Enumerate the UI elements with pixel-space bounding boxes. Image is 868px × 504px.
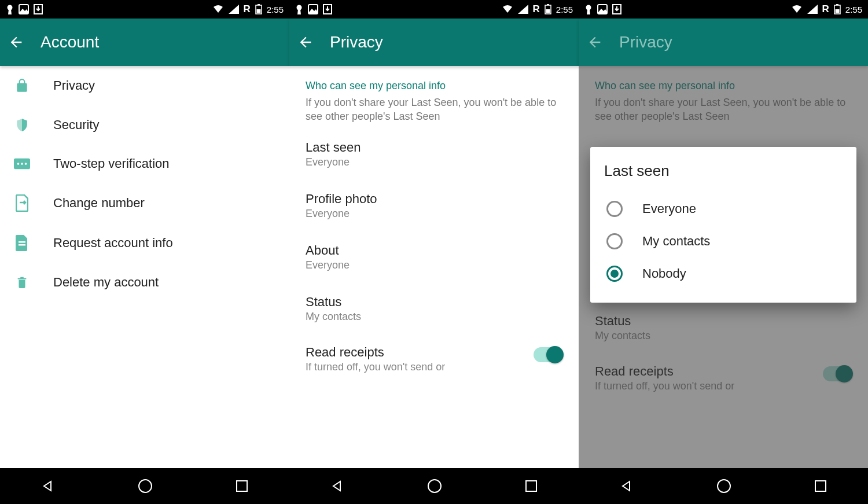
signal-icon	[807, 5, 818, 14]
svg-point-7	[17, 163, 20, 165]
radio-icon	[606, 233, 623, 249]
account-item-two-step[interactable]: Two-step verification	[0, 145, 289, 183]
account-item-delete[interactable]: Delete my account	[0, 263, 289, 302]
app-bar-privacy: Privacy	[579, 19, 868, 66]
nav-bar	[579, 468, 868, 504]
nav-bar	[289, 468, 579, 504]
app-bar-account: Account	[0, 19, 289, 66]
status-time: 2:55	[267, 5, 284, 14]
keyhole-icon	[295, 4, 303, 14]
panel-account: R 2:55 Account Privacy Security Two-step…	[0, 0, 289, 504]
image-icon	[308, 4, 318, 14]
radio-icon-selected	[606, 266, 623, 282]
trash-icon	[14, 274, 30, 290]
svg-point-8	[21, 163, 23, 165]
list-item-label: Security	[53, 117, 99, 133]
list-item-label: Two-step verification	[53, 156, 170, 171]
nav-home-icon[interactable]	[716, 479, 731, 494]
dialog-title: Last seen	[604, 162, 843, 180]
option-everyone[interactable]: Everyone	[604, 193, 843, 225]
svg-rect-18	[547, 4, 549, 5]
section-desc: If you don't share your Last Seen, you w…	[289, 95, 579, 128]
setting-value: Everyone	[306, 208, 562, 220]
setting-about[interactable]: About Everyone	[289, 231, 579, 283]
app-bar-title: Privacy	[330, 33, 383, 51]
app-bar-title: Account	[41, 33, 99, 51]
list-item-label: Delete my account	[53, 275, 159, 290]
list-item-label: Privacy	[53, 78, 95, 93]
status-time: 2:55	[556, 5, 573, 14]
last-seen-dialog: Last seen Everyone My contacts Nobody	[590, 147, 856, 303]
list-item-label: Change number	[53, 196, 145, 211]
wifi-icon	[791, 5, 803, 14]
svg-rect-4	[258, 4, 260, 5]
nav-recent-icon[interactable]	[814, 480, 827, 492]
roaming-indicator: R	[822, 3, 829, 15]
svg-rect-29	[815, 481, 826, 491]
nav-bar	[0, 468, 289, 504]
panel-privacy: R 2:55 Privacy Who can see my personal i…	[289, 0, 579, 504]
nav-recent-icon[interactable]	[525, 480, 538, 492]
setting-status[interactable]: Status My contacts	[289, 283, 579, 334]
wifi-icon	[212, 5, 224, 14]
nav-back-icon[interactable]	[41, 479, 55, 493]
battery-icon	[255, 4, 262, 14]
read-receipts-toggle[interactable]	[534, 347, 562, 362]
status-time: 2:55	[845, 5, 862, 14]
setting-profile-photo[interactable]: Profile photo Everyone	[289, 180, 579, 231]
setting-value: If turned off, you won't send or	[306, 361, 445, 373]
svg-rect-13	[237, 481, 247, 491]
setting-title: Read receipts	[306, 345, 445, 360]
setting-title: Last seen	[306, 140, 562, 155]
back-icon[interactable]	[297, 34, 314, 50]
nav-home-icon[interactable]	[138, 479, 153, 494]
setting-value: Everyone	[306, 156, 562, 168]
account-item-change-number[interactable]: Change number	[0, 183, 289, 223]
svg-point-20	[428, 480, 441, 492]
battery-icon	[834, 4, 841, 14]
list-item-label: Request account info	[53, 236, 173, 251]
app-bar-privacy: Privacy	[289, 19, 579, 66]
document-icon	[14, 235, 30, 251]
setting-last-seen[interactable]: Last seen Everyone	[289, 128, 579, 180]
account-content: Privacy Security Two-step verification C…	[0, 66, 289, 468]
setting-value: Everyone	[306, 259, 562, 271]
status-bar: R 2:55	[0, 0, 289, 19]
shield-icon	[14, 117, 30, 133]
battery-icon	[545, 4, 551, 14]
back-icon	[587, 34, 603, 50]
option-label: My contacts	[642, 234, 710, 249]
svg-point-9	[25, 163, 27, 165]
image-icon	[19, 4, 29, 14]
privacy-content-bg: Who can see my personal info If you don'…	[579, 66, 868, 468]
account-item-request-info[interactable]: Request account info	[0, 223, 289, 263]
svg-point-12	[139, 480, 152, 492]
account-item-security[interactable]: Security	[0, 105, 289, 145]
setting-value: My contacts	[306, 311, 562, 323]
download-icon	[34, 4, 43, 14]
download-icon	[612, 4, 621, 14]
nav-home-icon[interactable]	[427, 479, 442, 494]
app-bar-title: Privacy	[619, 33, 672, 51]
status-bar: R 2:55	[289, 0, 579, 19]
nav-back-icon[interactable]	[620, 479, 634, 493]
option-my-contacts[interactable]: My contacts	[604, 225, 843, 257]
svg-rect-21	[526, 481, 536, 491]
option-label: Nobody	[642, 266, 686, 281]
svg-rect-19	[546, 9, 550, 13]
roaming-indicator: R	[244, 3, 251, 15]
option-nobody[interactable]: Nobody	[604, 257, 843, 290]
status-bar: R 2:55	[579, 0, 868, 19]
svg-point-28	[718, 480, 730, 492]
account-item-privacy[interactable]: Privacy	[0, 66, 289, 105]
panel-privacy-dialog: R 2:55 Privacy Who can see my personal i…	[579, 0, 868, 504]
nav-back-icon[interactable]	[330, 479, 344, 493]
sim-icon	[14, 194, 30, 212]
back-icon[interactable]	[8, 34, 24, 50]
keyhole-icon	[584, 4, 593, 14]
section-header: Who can see my personal info	[289, 66, 579, 95]
option-label: Everyone	[642, 201, 696, 216]
svg-rect-11	[19, 244, 25, 246]
setting-read-receipts[interactable]: Read receipts If turned off, you won't s…	[289, 334, 579, 377]
nav-recent-icon[interactable]	[236, 480, 248, 492]
